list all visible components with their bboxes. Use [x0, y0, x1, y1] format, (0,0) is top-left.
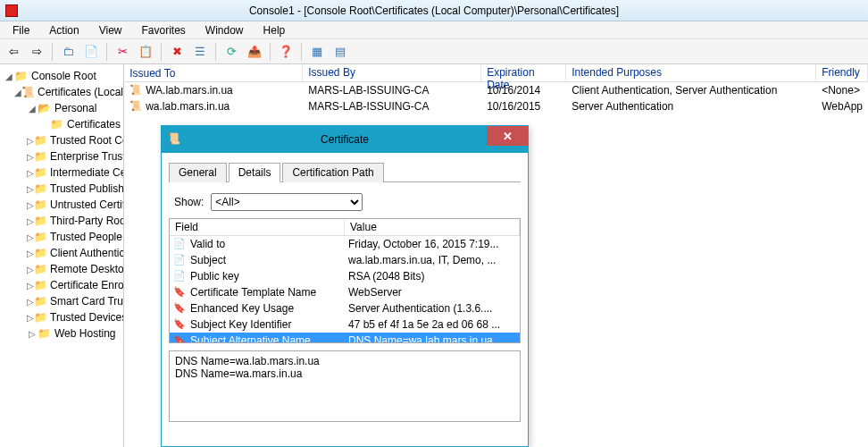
- menu-help[interactable]: Help: [255, 22, 295, 38]
- delete-button[interactable]: ✖: [167, 42, 187, 62]
- view-button-2[interactable]: ▤: [330, 42, 350, 62]
- forward-button[interactable]: ⇨: [27, 42, 46, 62]
- tree-item[interactable]: ▷📁Enterprise Trust: [2, 148, 121, 164]
- field-header-field[interactable]: Field: [170, 219, 345, 235]
- up-button[interactable]: 🗀: [58, 42, 78, 62]
- folder-icon: 📁: [34, 182, 47, 195]
- tree-item[interactable]: ▷📁Smart Card Trusted: [2, 293, 121, 309]
- field-row[interactable]: 🔖Certificate Template NameWebServer: [170, 284, 520, 300]
- separator: [215, 43, 216, 61]
- expand-icon[interactable]: ▷: [27, 136, 34, 146]
- view-button-1[interactable]: ▦: [307, 42, 327, 62]
- folder-icon: 📁: [38, 327, 52, 340]
- expand-icon[interactable]: ▷: [27, 216, 34, 226]
- menu-view[interactable]: View: [90, 22, 131, 38]
- col-expiration[interactable]: Expiration Date: [481, 64, 566, 81]
- certificate-row[interactable]: 📜WA.lab.mars.in.uaMARS-LAB-ISSUING-CA10/…: [124, 82, 868, 98]
- folder-icon: 📁: [34, 263, 47, 275]
- refresh-button[interactable]: ⟳: [221, 42, 241, 62]
- tree-item[interactable]: ▷📁Remote Desktop: [2, 261, 121, 277]
- tab-details[interactable]: Details: [229, 163, 281, 182]
- expand-icon[interactable]: ▷: [27, 281, 34, 291]
- field-row[interactable]: 📄Subjectwa.lab.mars.in.ua, IT, Demo, ...: [170, 252, 520, 268]
- menu-action[interactable]: Action: [40, 22, 88, 38]
- tree-item[interactable]: ▷📁Intermediate Certific: [2, 164, 121, 181]
- cut-button[interactable]: ✂: [113, 42, 132, 62]
- cell-friendly: WebApp: [816, 99, 868, 114]
- tree-item[interactable]: ▷📁Certificate Enrollmer: [2, 277, 121, 293]
- menu-file[interactable]: File: [4, 22, 38, 38]
- collapse-icon[interactable]: ◢: [14, 88, 21, 97]
- col-issued-by[interactable]: Issued By: [303, 64, 481, 81]
- expand-icon[interactable]: ▷: [27, 313, 34, 323]
- field-icon: 🔖: [173, 286, 188, 299]
- col-issued-to[interactable]: Issued To: [124, 64, 303, 81]
- field-value: DNS Name=wa.lab.mars.in.ua...: [345, 333, 520, 343]
- tab-general[interactable]: General: [169, 163, 227, 182]
- field-row[interactable]: 🔖Subject Key Identifier47 b5 ef 4f 1a 5e…: [170, 316, 520, 333]
- field-name: Enhanced Key Usage: [190, 302, 294, 315]
- value-textbox[interactable]: DNS Name=wa.lab.mars.in.ua DNS Name=wa.m…: [169, 350, 521, 422]
- expand-icon[interactable]: ▷: [27, 249, 34, 258]
- field-list[interactable]: Field Value 📄Valid toFriday, October 16,…: [169, 218, 521, 343]
- tree-item[interactable]: ▷📁Trusted People: [2, 229, 121, 245]
- col-friendly[interactable]: Friendly: [816, 64, 868, 81]
- expand-icon[interactable]: ▷: [27, 168, 34, 178]
- tree-item[interactable]: ▷📁Trusted Root Certific: [2, 132, 121, 148]
- close-button[interactable]: ✕: [487, 126, 528, 146]
- tree-item[interactable]: ▷📁Trusted Devices: [2, 309, 121, 325]
- tree-certificates-local[interactable]: ◢ 📜 Certificates (Local Comp: [2, 84, 121, 100]
- show-select[interactable]: <All>: [211, 193, 363, 211]
- separator: [301, 43, 302, 61]
- tab-certification-path[interactable]: Certification Path: [282, 163, 383, 182]
- folder-icon: 📂: [38, 102, 52, 114]
- field-value: wa.lab.mars.in.ua, IT, Demo, ...: [345, 253, 520, 267]
- tree-view[interactable]: ◢ 📁 Console Root ◢ 📜 Certificates (Local…: [0, 64, 124, 447]
- folder-icon: 📁: [34, 134, 47, 147]
- field-value: WebServer: [345, 285, 520, 299]
- expand-icon[interactable]: ▷: [27, 265, 34, 274]
- folder-icon: 📁: [34, 215, 47, 227]
- expand-icon[interactable]: ▷: [27, 329, 38, 339]
- collapse-icon[interactable]: ◢: [4, 72, 14, 81]
- tree-label: Client Authentication: [50, 247, 124, 259]
- tree-personal[interactable]: ◢ 📂 Personal: [2, 100, 121, 116]
- separator: [161, 43, 162, 61]
- tree-item[interactable]: ▷📁Web Hosting: [2, 325, 121, 342]
- field-row[interactable]: 📄Public keyRSA (2048 Bits): [170, 268, 520, 284]
- collapse-icon[interactable]: ◢: [27, 104, 38, 114]
- expand-icon[interactable]: ▷: [27, 184, 34, 194]
- tree-item[interactable]: ▷📁Client Authentication: [2, 245, 121, 261]
- menu-bar: File Action View Favorites Window Help: [0, 21, 868, 39]
- tree-label: Certificates (Local Comp: [38, 86, 124, 98]
- help-button[interactable]: ❓: [276, 42, 296, 62]
- field-header-value[interactable]: Value: [345, 219, 520, 235]
- field-row[interactable]: 📄Valid toFriday, October 16, 2015 7:19..…: [170, 236, 520, 252]
- export-button[interactable]: 📤: [245, 42, 264, 62]
- folder-icon: 📁: [34, 231, 47, 243]
- expand-icon[interactable]: ▷: [27, 152, 34, 162]
- col-purposes[interactable]: Intended Purposes: [566, 64, 816, 81]
- tree-item[interactable]: ▷📁Trusted Publishers: [2, 181, 121, 197]
- menu-window[interactable]: Window: [196, 22, 253, 38]
- certificate-icon: 📜: [129, 84, 144, 97]
- tree-item[interactable]: ▷📁Untrusted Certificate: [2, 197, 121, 213]
- field-row[interactable]: 🔖Enhanced Key UsageServer Authentication…: [170, 300, 520, 316]
- tree-console-root[interactable]: ◢ 📁 Console Root: [2, 68, 121, 84]
- expand-icon[interactable]: ▷: [27, 200, 34, 210]
- copy-button[interactable]: 📋: [136, 42, 155, 62]
- dialog-titlebar[interactable]: 📜 Certificate ✕: [162, 126, 528, 153]
- folder-icon: 📁: [34, 295, 47, 308]
- properties-button[interactable]: ☰: [190, 42, 210, 62]
- field-row[interactable]: 🔖Subject Alternative NameDNS Name=wa.lab…: [170, 333, 520, 343]
- tree-item[interactable]: ▷📁Third-Party Root Ce: [2, 213, 121, 229]
- field-icon: 🔖: [173, 318, 188, 331]
- menu-favorites[interactable]: Favorites: [133, 22, 195, 38]
- back-button[interactable]: ⇦: [4, 42, 23, 62]
- expand-icon[interactable]: ▷: [27, 232, 34, 242]
- expand-icon[interactable]: ▷: [27, 297, 34, 307]
- field-name: Subject Alternative Name: [190, 334, 311, 343]
- show-hide-button[interactable]: 📄: [81, 42, 101, 62]
- tree-certificates[interactable]: 📁 Certificates: [2, 116, 121, 132]
- certificate-row[interactable]: 📜wa.lab.mars.in.uaMARS-LAB-ISSUING-CA10/…: [124, 98, 868, 114]
